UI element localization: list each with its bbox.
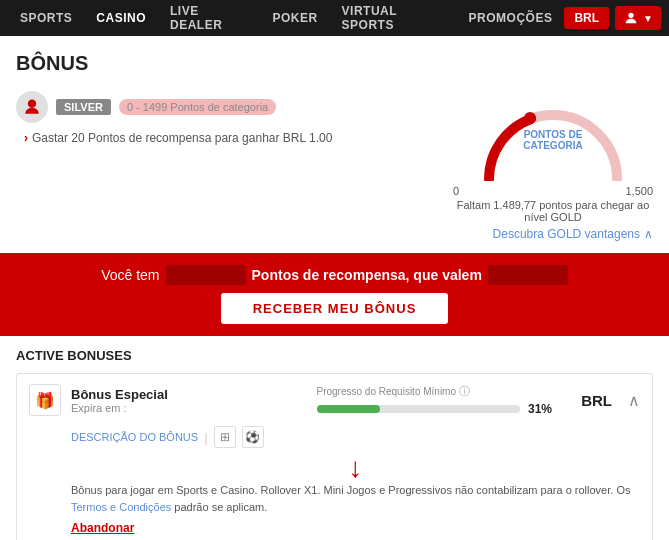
points-value-box xyxy=(166,265,246,285)
user-menu-button[interactable]: ▼ xyxy=(615,6,661,30)
gauge-section: PONTOS DE CATEGORIA 0 1,500 Faltam 1.489… xyxy=(453,91,653,241)
gauge-numbers: 0 1,500 xyxy=(453,185,653,197)
avatar xyxy=(16,91,48,123)
currency-display: BRL xyxy=(564,7,609,29)
info-icon-0: ⓘ xyxy=(459,384,470,399)
bonus-info-0: Bônus Especial Expira em : xyxy=(71,387,307,414)
value-amount-box xyxy=(488,265,568,285)
gauge-note: Faltam 1.489,77 pontos para chegar ao ní… xyxy=(453,199,653,223)
bonus-card-body-0: DESCRIÇÃO DO BÔNUS | ⊞ ⚽ ↓ Bônus para jo… xyxy=(17,426,652,540)
description-link-0[interactable]: DESCRIÇÃO DO BÔNUS xyxy=(71,431,198,443)
bonus-card-0: 🎁 Bônus Especial Expira em : Progresso d… xyxy=(16,373,653,540)
level-badge: SILVER xyxy=(56,99,111,115)
terms-link-0[interactable]: Termos e Condições xyxy=(71,501,171,513)
active-bonuses-title: ACTIVE BONUSES xyxy=(16,348,653,363)
receive-bonus-button[interactable]: RECEBER MEU BÔNUS xyxy=(221,293,449,324)
progress-label-0: Progresso do Requisito Mínimo ⓘ xyxy=(317,384,553,399)
bonus-amount-0: BRL xyxy=(562,392,612,409)
gauge-label: PONTOS DE CATEGORIA xyxy=(523,129,582,151)
nav-sports[interactable]: SPORTS xyxy=(8,11,84,25)
discover-gold-link[interactable]: Descubra GOLD vantagens ∧ xyxy=(453,227,653,241)
main-content: BÔNUS SILVER 0 - 1499 Pontos de categori… xyxy=(0,36,669,540)
points-gauge: PONTOS DE CATEGORIA xyxy=(473,91,633,181)
nav-virtual-sports[interactable]: VIRTUAL SPORTS xyxy=(330,4,457,32)
bonus-progress-0: Progresso do Requisito Mínimo ⓘ 31% xyxy=(317,384,553,416)
bonus-expiry-0: Expira em : xyxy=(71,402,307,414)
bonus-description-0: Bônus para jogar em Sports e Casino. Rol… xyxy=(71,482,640,515)
page-title: BÔNUS xyxy=(16,52,653,75)
nav-live-dealer[interactable]: LIVE DEALER xyxy=(158,4,260,32)
gift-icon-0: 🎁 xyxy=(29,384,61,416)
nav-casino[interactable]: CASINO xyxy=(84,11,158,25)
main-nav: SPORTS CASINO LIVE DEALER POKER VIRTUAL … xyxy=(0,0,669,36)
table-icon-0[interactable]: ⊞ xyxy=(214,426,236,448)
bonus-tags-0: DESCRIÇÃO DO BÔNUS | ⊞ ⚽ xyxy=(71,426,640,448)
points-hint: › Gastar 20 Pontos de recompensa para ga… xyxy=(24,131,453,145)
promo-text: Você tem Pontos de recompensa, que valem xyxy=(101,265,568,285)
soccer-icon-0[interactable]: ⚽ xyxy=(242,426,264,448)
progress-bar-fill-0 xyxy=(317,405,380,413)
promo-banner: Você tem Pontos de recompensa, que valem… xyxy=(0,253,669,336)
down-arrow-0: ↓ xyxy=(71,454,640,482)
svg-point-0 xyxy=(628,13,633,18)
active-bonuses-section: ACTIVE BONUSES 🎁 Bônus Especial Expira e… xyxy=(16,336,653,540)
progress-bar-bg-0 xyxy=(317,405,520,413)
abandon-button-0[interactable]: Abandonar xyxy=(71,521,640,535)
svg-point-2 xyxy=(524,112,536,124)
nav-user-chevron: ▼ xyxy=(643,13,653,24)
bonus-name-0: Bônus Especial xyxy=(71,387,307,402)
user-icon xyxy=(623,10,639,26)
category-range-badge: 0 - 1499 Pontos de categoria xyxy=(119,99,276,115)
nav-poker[interactable]: POKER xyxy=(260,11,329,25)
svg-point-1 xyxy=(28,100,36,108)
silver-section: SILVER 0 - 1499 Pontos de categoria › Ga… xyxy=(16,91,653,241)
promo-highlight: Pontos de recompensa, que valem xyxy=(252,267,482,283)
nav-promocoes[interactable]: PROMOÇÕES xyxy=(457,11,565,25)
progress-pct-0: 31% xyxy=(528,402,552,416)
bonus-chevron-0[interactable]: ∧ xyxy=(628,391,640,410)
bonus-card-header-0: 🎁 Bônus Especial Expira em : Progresso d… xyxy=(17,374,652,426)
